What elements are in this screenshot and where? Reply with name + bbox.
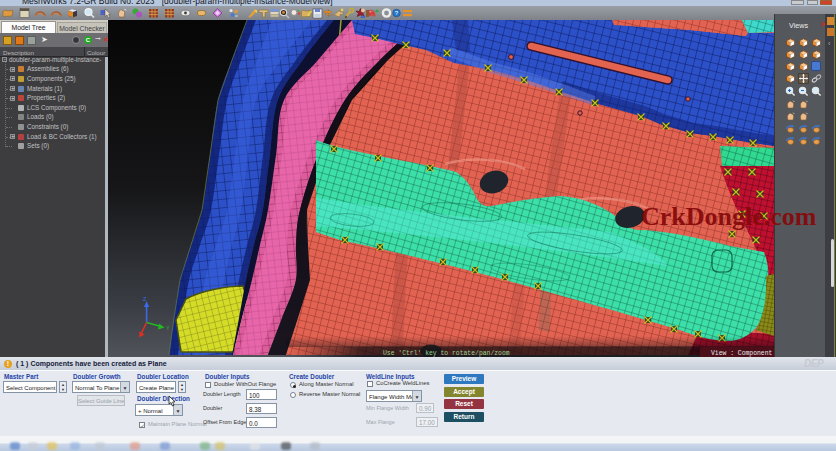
svg-text:Use 'Ctrl' key to rotate/pan/z: Use 'Ctrl' key to rotate/pan/zoom — [383, 350, 510, 357]
svg-text:View : Component: View : Component — [711, 350, 773, 357]
svg-text:Y: Y — [166, 325, 170, 331]
